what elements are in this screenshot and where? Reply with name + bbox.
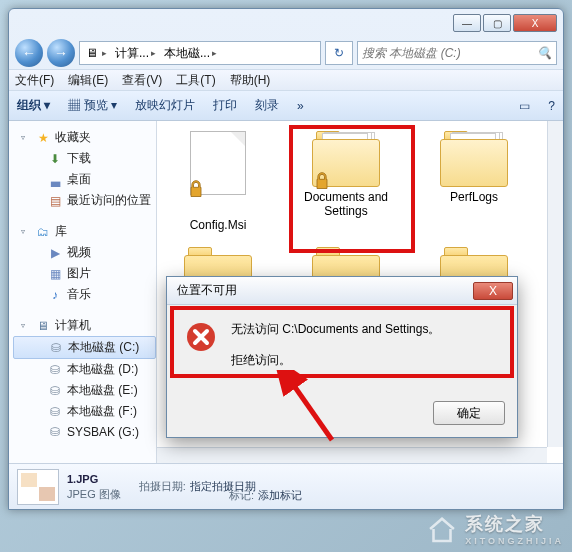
status-bar: 1.JPG JPEG 图像 拍摄日期:指定拍摄日期 标记:添加标记 bbox=[9, 463, 563, 509]
file-item[interactable]: PerfLogs bbox=[419, 131, 529, 233]
sidebar-libraries[interactable]: ▿🗂库 bbox=[13, 221, 156, 242]
status-value[interactable]: 添加标记 bbox=[258, 488, 302, 503]
sidebar-pictures[interactable]: ▦图片 bbox=[13, 263, 156, 284]
drive-icon: ⛁ bbox=[47, 404, 63, 420]
window-close-button[interactable]: X bbox=[513, 14, 557, 32]
drive-icon: ⛁ bbox=[47, 383, 63, 399]
item-label: Config.Msi bbox=[190, 219, 247, 233]
sidebar-drive-f[interactable]: ⛁本地磁盘 (F:) bbox=[13, 401, 156, 422]
status-key: 标记: bbox=[229, 488, 254, 503]
sidebar-item-label: 计算机 bbox=[55, 317, 91, 334]
sidebar-item-label: 本地磁盘 (D:) bbox=[67, 361, 138, 378]
slideshow-button[interactable]: 放映幻灯片 bbox=[135, 97, 195, 114]
error-icon bbox=[185, 321, 217, 353]
sidebar-item-label: 库 bbox=[55, 223, 67, 240]
lock-icon bbox=[186, 179, 206, 199]
chevron-right-icon: ▸ bbox=[212, 48, 217, 58]
library-icon: 🗂 bbox=[35, 224, 51, 240]
sidebar-desktop[interactable]: ▃桌面 bbox=[13, 169, 156, 190]
sidebar-item-label: 视频 bbox=[67, 244, 91, 261]
sidebar-item-label: 桌面 bbox=[67, 171, 91, 188]
window-titlebar: — ▢ X bbox=[9, 9, 563, 37]
status-thumbnail bbox=[17, 469, 59, 505]
download-icon: ⬇ bbox=[47, 151, 63, 167]
watermark: 系统之家 XITONGZHIJIA bbox=[425, 512, 564, 546]
dialog-title: 位置不可用 bbox=[177, 282, 237, 299]
refresh-button[interactable]: ↻ bbox=[325, 41, 353, 65]
burn-button[interactable]: 刻录 bbox=[255, 97, 279, 114]
dialog-message-line1: 无法访问 C:\Documents and Settings。 bbox=[231, 321, 440, 338]
video-icon: ▶ bbox=[47, 245, 63, 261]
sidebar-item-label: 本地磁盘 (F:) bbox=[67, 403, 137, 420]
search-input[interactable]: 搜索 本地磁盘 (C:) 🔍 bbox=[357, 41, 557, 65]
lock-icon bbox=[312, 171, 332, 191]
scrollbar-horizontal[interactable] bbox=[157, 447, 547, 463]
tool-bar: 组织 ▾ ▦ 预览 ▾ 放映幻灯片 打印 刻录 » ▭ ? bbox=[9, 91, 563, 121]
menu-view[interactable]: 查看(V) bbox=[122, 72, 162, 89]
organize-button[interactable]: 组织 ▾ bbox=[17, 97, 50, 114]
file-item[interactable]: Config.Msi bbox=[163, 131, 273, 233]
sidebar-favorites[interactable]: ▿★收藏夹 bbox=[13, 127, 156, 148]
status-filename: 1.JPG bbox=[67, 472, 121, 486]
sidebar-item-label: 音乐 bbox=[67, 286, 91, 303]
sidebar-recent[interactable]: ▤最近访问的位置 bbox=[13, 190, 156, 211]
chevron-right-icon: ▸ bbox=[102, 48, 107, 58]
dialog-message-line2: 拒绝访问。 bbox=[231, 352, 440, 369]
sidebar-drive-g[interactable]: ⛁SYSBAK (G:) bbox=[13, 422, 156, 442]
recent-icon: ▤ bbox=[47, 193, 63, 209]
preview-button[interactable]: ▦ 预览 ▾ bbox=[68, 97, 117, 114]
item-label: Documents and Settings bbox=[291, 191, 401, 219]
picture-icon: ▦ bbox=[47, 266, 63, 282]
nav-back-button[interactable]: ← bbox=[15, 39, 43, 67]
print-button[interactable]: 打印 bbox=[213, 97, 237, 114]
drive-icon: ⛁ bbox=[48, 340, 64, 356]
item-label: PerfLogs bbox=[450, 191, 498, 205]
sidebar-computer[interactable]: ▿🖥计算机 bbox=[13, 315, 156, 336]
sidebar-videos[interactable]: ▶视频 bbox=[13, 242, 156, 263]
menu-tools[interactable]: 工具(T) bbox=[176, 72, 215, 89]
sidebar-item-label: 本地磁盘 (C:) bbox=[68, 339, 139, 356]
menu-edit[interactable]: 编辑(E) bbox=[68, 72, 108, 89]
status-key: 拍摄日期: bbox=[139, 479, 186, 494]
window-maximize-button[interactable]: ▢ bbox=[483, 14, 511, 32]
sidebar-downloads[interactable]: ⬇下载 bbox=[13, 148, 156, 169]
desktop-icon: ▃ bbox=[47, 172, 63, 188]
drive-icon: ⛁ bbox=[47, 362, 63, 378]
menu-help[interactable]: 帮助(H) bbox=[230, 72, 271, 89]
sidebar-drive-c[interactable]: ⛁本地磁盘 (C:) bbox=[13, 336, 156, 359]
drive-icon: ⛁ bbox=[47, 424, 63, 440]
window-minimize-button[interactable]: — bbox=[453, 14, 481, 32]
sidebar-item-label: 最近访问的位置 bbox=[67, 192, 151, 209]
breadcrumb-seg[interactable]: 本地磁... bbox=[164, 45, 210, 62]
address-bar[interactable]: 🖥▸ 计算...▸ 本地磁...▸ bbox=[79, 41, 321, 65]
file-item[interactable]: Documents and Settings bbox=[291, 131, 401, 233]
chevron-right-icon: ▸ bbox=[151, 48, 156, 58]
watermark-subtext: XITONGZHIJIA bbox=[465, 536, 564, 546]
sidebar-drive-d[interactable]: ⛁本地磁盘 (D:) bbox=[13, 359, 156, 380]
star-icon: ★ bbox=[35, 130, 51, 146]
sidebar-music[interactable]: ♪音乐 bbox=[13, 284, 156, 305]
sidebar-item-label: 本地磁盘 (E:) bbox=[67, 382, 138, 399]
nav-row: ← → 🖥▸ 计算...▸ 本地磁...▸ ↻ 搜索 本地磁盘 (C:) 🔍 bbox=[9, 37, 563, 69]
help-icon[interactable]: ? bbox=[548, 99, 555, 113]
music-icon: ♪ bbox=[47, 287, 63, 303]
panes-icon[interactable]: ▭ bbox=[519, 99, 530, 113]
sidebar-item-label: 收藏夹 bbox=[55, 129, 91, 146]
menu-file[interactable]: 文件(F) bbox=[15, 72, 54, 89]
dialog-titlebar[interactable]: 位置不可用 X bbox=[167, 277, 517, 305]
computer-icon: 🖥 bbox=[35, 318, 51, 334]
nav-forward-button[interactable]: → bbox=[47, 39, 75, 67]
sidebar-drive-e[interactable]: ⛁本地磁盘 (E:) bbox=[13, 380, 156, 401]
computer-icon: 🖥 bbox=[84, 45, 100, 61]
status-filetype: JPEG 图像 bbox=[67, 487, 121, 501]
nav-sidebar: ▿★收藏夹 ⬇下载 ▃桌面 ▤最近访问的位置 ▿🗂库 ▶视频 ▦图片 ♪音乐 ▿… bbox=[9, 121, 157, 463]
sidebar-item-label: 下载 bbox=[67, 150, 91, 167]
search-placeholder: 搜索 本地磁盘 (C:) bbox=[362, 45, 461, 62]
more-button[interactable]: » bbox=[297, 99, 304, 113]
search-icon: 🔍 bbox=[537, 46, 552, 60]
dialog-close-button[interactable]: X bbox=[473, 282, 513, 300]
sidebar-item-label: 图片 bbox=[67, 265, 91, 282]
scrollbar-vertical[interactable] bbox=[547, 121, 563, 447]
breadcrumb-seg[interactable]: 计算... bbox=[115, 45, 149, 62]
dialog-ok-button[interactable]: 确定 bbox=[433, 401, 505, 425]
